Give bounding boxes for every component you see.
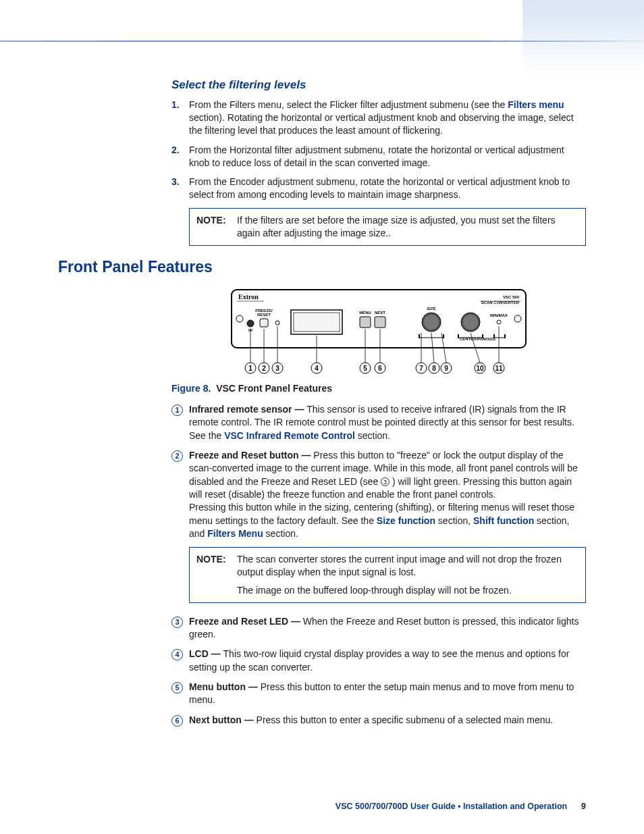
callout-1: 1 Infrared remote sensor — This sensor i… xyxy=(171,403,586,442)
filters-menu-link[interactable]: Filters menu xyxy=(508,99,564,110)
callout-circle-1: 1 xyxy=(171,405,183,416)
page: Select the filtering levels 1. From the … xyxy=(0,0,644,834)
callout-2: 2 Freeze and Reset button — Press this b… xyxy=(171,449,586,540)
list-number: 3. xyxy=(171,176,189,201)
callout-3: 3 Freeze and Reset LED — When the Freeze… xyxy=(171,615,586,642)
shift-function-link[interactable]: Shift function xyxy=(473,515,534,526)
note-filters: NOTE: If the filters are set before the … xyxy=(189,208,586,246)
footer-title: VSC 500/700/700D User Guide • Installati… xyxy=(336,802,567,811)
callout-circle-2: 2 xyxy=(171,450,183,462)
svg-text:NEXT: NEXT xyxy=(375,311,385,315)
svg-point-29 xyxy=(497,320,501,324)
svg-rect-13 xyxy=(360,317,371,328)
svg-rect-14 xyxy=(375,317,385,328)
front-panel-heading: Front Panel Features xyxy=(58,258,586,276)
svg-text:8: 8 xyxy=(432,365,436,372)
inline-ref-3: 3 xyxy=(381,477,390,486)
svg-text:RESET: RESET xyxy=(257,313,271,317)
callout-4: 4 LCD — This two-row liquid crystal disp… xyxy=(171,648,586,674)
model-text: VSC 500 xyxy=(503,295,520,299)
list-number: 2. xyxy=(171,144,189,170)
svg-point-4 xyxy=(514,315,521,322)
svg-text:2: 2 xyxy=(262,365,266,372)
figure-number: Figure 8. xyxy=(171,383,211,394)
ir-remote-link[interactable]: VSC Infrared Remote Control xyxy=(224,430,355,441)
svg-text:7: 7 xyxy=(419,365,423,372)
page-footer: VSC 500/700/700D User Guide • Installati… xyxy=(336,802,586,811)
callout-6: 6 Next button — Press this button to ent… xyxy=(171,714,586,727)
svg-point-3 xyxy=(236,315,243,322)
figure-8: Extron VSC 500 SCAN CONVERTER IR FREEZE/… xyxy=(171,288,586,394)
svg-text:MENU: MENU xyxy=(359,311,371,315)
svg-text:5: 5 xyxy=(363,365,367,372)
svg-text:SIZE: SIZE xyxy=(427,307,435,311)
page-number: 9 xyxy=(581,802,586,811)
note-freeze: NOTE: The scan converter stores the curr… xyxy=(189,547,586,603)
list-item: 3. From the Encoder adjustment submenu, … xyxy=(171,176,586,201)
list-body: From the Encoder adjustment submenu, rot… xyxy=(189,176,586,201)
figure-title: VSC Front Panel Features xyxy=(216,383,332,394)
brand-text: Extron xyxy=(238,293,259,301)
note-label: NOTE: xyxy=(196,214,237,240)
svg-text:1: 1 xyxy=(248,365,252,372)
list-body: From the Filters menu, select the Flicke… xyxy=(189,99,586,137)
note-text: If the filters are set before the image … xyxy=(237,214,579,240)
svg-rect-12 xyxy=(294,313,340,332)
front-panel-svg: Extron VSC 500 SCAN CONVERTER IR FREEZE/… xyxy=(230,288,527,376)
svg-text:MIN/MAX: MIN/MAX xyxy=(490,313,508,317)
note-label: NOTE: xyxy=(196,553,237,597)
svg-point-24 xyxy=(463,315,478,330)
list-body: From the Horizontal filter adjustment su… xyxy=(189,144,586,170)
filter-heading: Select the filtering levels xyxy=(171,78,586,92)
svg-text:9: 9 xyxy=(444,365,448,372)
size-function-link[interactable]: Size function xyxy=(377,515,435,526)
callout-5: 5 Menu button — Press this button to ent… xyxy=(171,681,586,707)
svg-text:6: 6 xyxy=(378,365,382,372)
filters-menu-link-2[interactable]: Filters Menu xyxy=(207,528,263,539)
callout-list-2: 3 Freeze and Reset LED — When the Freeze… xyxy=(171,615,586,727)
svg-text:10: 10 xyxy=(476,365,484,372)
svg-point-18 xyxy=(424,315,439,330)
note-text: The scan converter stores the current in… xyxy=(237,553,579,597)
svg-text:3: 3 xyxy=(275,365,279,372)
svg-point-5 xyxy=(247,320,254,327)
svg-rect-7 xyxy=(260,319,268,327)
list-item: 1. From the Filters menu, select the Fli… xyxy=(171,99,586,137)
callout-list: 1 Infrared remote sensor — This sensor i… xyxy=(171,403,586,540)
list-number: 1. xyxy=(171,99,189,137)
svg-text:4: 4 xyxy=(315,365,319,372)
svg-point-10 xyxy=(275,321,279,325)
figure-caption: Figure 8. VSC Front Panel Features xyxy=(171,383,586,394)
list-item: 2. From the Horizontal filter adjustment… xyxy=(171,144,586,170)
content-area: Select the filtering levels 1. From the … xyxy=(171,78,586,727)
filter-steps: 1. From the Filters menu, select the Fli… xyxy=(171,99,586,201)
svg-text:11: 11 xyxy=(495,365,503,372)
